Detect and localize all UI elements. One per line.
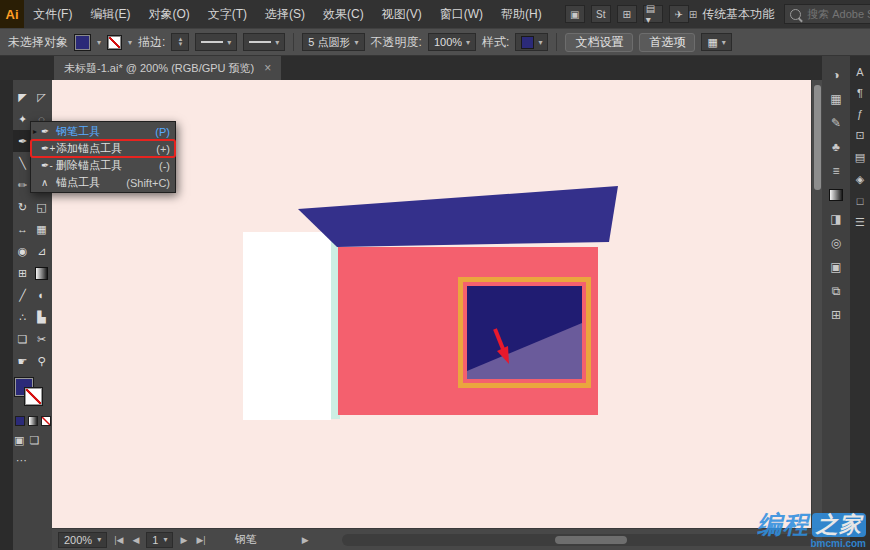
share-icon[interactable]: ✈: [669, 5, 689, 23]
delete-anchor-point-tool-menu-item[interactable]: ✒-删除锚点工具(-): [31, 157, 175, 174]
next-artboard-icon[interactable]: ▶: [178, 535, 189, 545]
menu-window[interactable]: 窗口(W): [431, 0, 492, 28]
direct-selection-tool[interactable]: ◸: [32, 86, 51, 108]
workspace-switcher[interactable]: ⊞ 传统基本功能: [689, 6, 774, 23]
vertical-scrollbar-thumb[interactable]: [814, 85, 821, 190]
navigator-panel-icon[interactable]: ☰: [855, 216, 865, 229]
selection-tool[interactable]: ◤: [13, 86, 32, 108]
first-artboard-icon[interactable]: |◀: [112, 535, 125, 545]
hand-tool[interactable]: ☛: [13, 350, 32, 372]
menu-edit[interactable]: 编辑(E): [81, 0, 139, 28]
stepper-arrows-icon[interactable]: ▲▼: [177, 37, 183, 47]
graphic-styles-panel-icon[interactable]: ▣: [825, 258, 847, 275]
fill-color-swatch[interactable]: [74, 34, 91, 51]
add-anchor-point-tool-menu-item[interactable]: ✒+添加锚点工具(+): [31, 140, 175, 157]
menubar-icons: ▣St⊞▤ ▾✈: [565, 5, 689, 23]
perspective-grid-tool-icon: ⊿: [37, 245, 46, 258]
zoom-tool[interactable]: ⚲: [32, 350, 51, 372]
menu-object[interactable]: 对象(O): [139, 0, 198, 28]
symbol-sprayer-tool[interactable]: ∴: [13, 306, 32, 328]
edit-toolbar-button[interactable]: ⋯: [16, 454, 27, 466]
menu-view[interactable]: 视图(V): [373, 0, 431, 28]
mesh-tool[interactable]: ⊞: [13, 262, 32, 284]
color-panel-icon[interactable]: ◑: [825, 66, 847, 83]
style-dropdown[interactable]: ▾: [515, 33, 548, 51]
menu-file[interactable]: 文件(F): [24, 0, 81, 28]
symbols-panel-icon[interactable]: ♣: [825, 138, 847, 155]
anchor-point-tool-menu-item[interactable]: ∧锚点工具(Shift+C): [31, 174, 175, 191]
panel-options-dropdown[interactable]: ▦ ▾: [701, 33, 731, 51]
stock-search-input[interactable]: [805, 7, 870, 21]
brush-definition-dropdown[interactable]: ▾: [243, 33, 285, 51]
zoom-level-dropdown[interactable]: 200% ▾: [58, 532, 107, 548]
stock-search[interactable]: [784, 4, 870, 24]
menu-select[interactable]: 选择(S): [256, 0, 314, 28]
character-panel-icon[interactable]: A: [856, 66, 863, 78]
appearance-panel-icon[interactable]: ◎: [825, 234, 847, 251]
perspective-grid-tool[interactable]: ⊿: [32, 240, 51, 262]
width-profile-dropdown[interactable]: ▾: [195, 33, 237, 51]
eyedropper-tool[interactable]: ╱: [13, 284, 32, 306]
pen-tool-menu-item[interactable]: ▸✒钢笔工具(P): [31, 123, 175, 140]
opentype-panel-icon[interactable]: ƒ: [857, 108, 863, 120]
paragraph-panel-icon[interactable]: ¶: [857, 87, 863, 99]
align-panel-icon[interactable]: ▤: [855, 151, 865, 164]
brushes-panel-icon[interactable]: ✎: [825, 114, 847, 131]
column-graph-tool[interactable]: ▙: [32, 306, 51, 328]
delete-anchor-point-tool-menu-item-label: 删除锚点工具: [56, 158, 159, 173]
document-arrange-icon[interactable]: ▣: [565, 5, 585, 23]
shape-builder-tool[interactable]: ◉: [13, 240, 32, 262]
document-setup-button[interactable]: 文档设置: [565, 33, 633, 52]
fill-chevron-icon[interactable]: ▾: [97, 38, 101, 47]
artboard-tool[interactable]: ❏: [13, 328, 32, 350]
glyphs-panel-icon[interactable]: ⊡: [855, 129, 864, 142]
horizontal-scrollbar[interactable]: [342, 534, 816, 546]
transform-panel-icon[interactable]: □: [857, 195, 864, 207]
opacity-dropdown[interactable]: 100% ▾: [428, 33, 476, 51]
free-transform-tool[interactable]: ▦: [32, 218, 51, 240]
width-tool[interactable]: ↔: [13, 218, 32, 240]
gradient-tool[interactable]: [32, 262, 51, 284]
brush-name-dropdown[interactable]: 5 点圆形 ▾: [302, 33, 364, 51]
scale-tool-icon: ◱: [36, 201, 46, 214]
change-screen-mode-button[interactable]: ❏: [29, 434, 39, 447]
menu-help[interactable]: 帮助(H): [492, 0, 551, 28]
previous-artboard-icon[interactable]: ◀: [130, 535, 141, 545]
stroke-panel-icon[interactable]: ≡: [825, 162, 847, 179]
none-button[interactable]: [41, 416, 51, 426]
stroke-color-swatch[interactable]: [107, 35, 122, 50]
gradient-button[interactable]: [28, 416, 38, 426]
stroke-chevron-icon[interactable]: ▾: [128, 38, 132, 47]
pathfinder-panel-icon[interactable]: ◈: [856, 173, 864, 186]
gradient-panel-icon[interactable]: [825, 186, 847, 203]
add-anchor-point-tool-menu-item-shortcut: (+): [156, 143, 170, 155]
transparency-panel-icon[interactable]: ◨: [825, 210, 847, 227]
vertical-scrollbar[interactable]: [811, 80, 822, 528]
grid-view-icon[interactable]: ⊞: [617, 5, 637, 23]
flyout-menu: ▸✒钢笔工具(P)✒+添加锚点工具(+)✒-删除锚点工具(-)∧锚点工具(Shi…: [30, 121, 176, 193]
menu-type[interactable]: 文字(T): [199, 0, 256, 28]
color-button[interactable]: [15, 416, 25, 426]
layers-panel-icon[interactable]: ⧉: [825, 282, 847, 299]
rotate-tool[interactable]: ↻: [13, 196, 32, 218]
status-popup-icon[interactable]: ▶: [302, 535, 309, 545]
artboards-panel-icon[interactable]: ⊞: [825, 306, 847, 323]
last-artboard-icon[interactable]: ▶|: [194, 535, 207, 545]
toolbar-stroke-swatch[interactable]: [25, 388, 42, 405]
stroke-weight-stepper[interactable]: ▲▼: [171, 33, 189, 51]
magic-wand-tool-icon: ✦: [18, 113, 27, 126]
workspace-layout-icon[interactable]: ▤ ▾: [643, 5, 663, 23]
close-tab-icon[interactable]: ×: [264, 62, 271, 74]
stock-icon[interactable]: St: [591, 5, 611, 23]
drawing-modes-button[interactable]: ▣: [14, 434, 24, 447]
swatches-panel-icon[interactable]: ▦: [825, 90, 847, 107]
document-tab[interactable]: 未标题-1.ai* @ 200% (RGB/GPU 预览) ×: [54, 56, 281, 80]
right-dock-icons: ◑▦✎♣≡◨◎▣⧉⊞: [822, 56, 850, 550]
menu-effect[interactable]: 效果(C): [314, 0, 373, 28]
slice-tool[interactable]: ✂: [32, 328, 51, 350]
blend-tool[interactable]: ◐: [32, 284, 51, 306]
horizontal-scrollbar-thumb[interactable]: [555, 536, 627, 544]
preferences-button[interactable]: 首选项: [639, 33, 695, 52]
scale-tool[interactable]: ◱: [32, 196, 51, 218]
artboard-number-dropdown[interactable]: 1 ▾: [146, 532, 173, 548]
